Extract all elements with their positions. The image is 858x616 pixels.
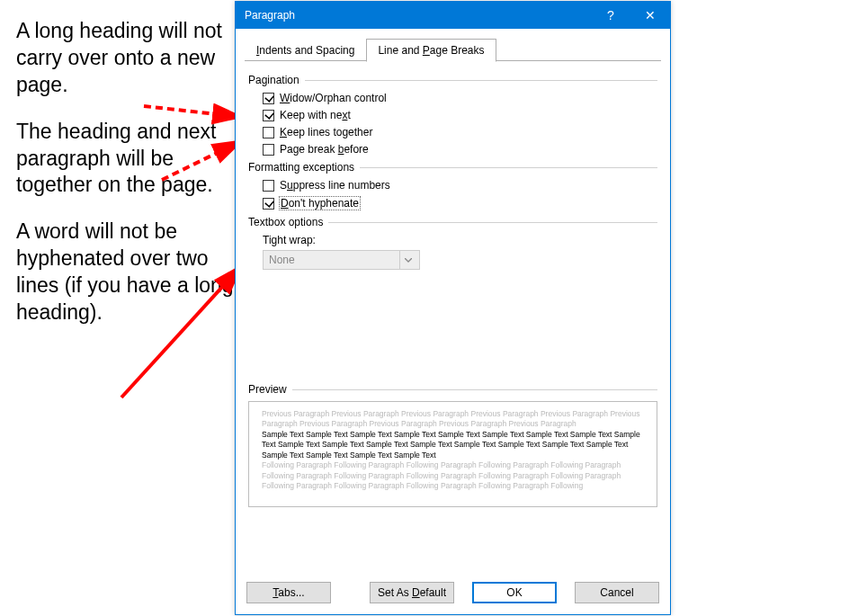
tab-line-and-page-breaks[interactable]: Line and Page Breaks <box>366 39 496 62</box>
annotation-keepnext: The heading and next paragraph will be t… <box>16 119 241 200</box>
label-keep-lines-together: Keep lines together <box>280 126 372 138</box>
checkbox-page-break-before[interactable] <box>263 144 274 156</box>
paragraph-dialog: Paragraph ? ✕ Indents and Spacing Line a… <box>235 1 671 615</box>
group-textbox-options: Textbox options <box>248 216 657 228</box>
label-dont-hyphenate: Don't hyphenate <box>279 196 361 210</box>
group-preview: Preview <box>248 383 657 396</box>
label-suppress-line-numbers: Suppress line numbers <box>280 179 390 192</box>
checkbox-keep-lines-together[interactable] <box>263 127 274 138</box>
dialog-title: Paragraph <box>245 9 591 22</box>
label-tight-wrap: Tight wrap: <box>263 234 657 246</box>
preview-previous: Previous Paragraph Previous Paragraph Pr… <box>262 409 644 430</box>
chevron-down-icon <box>399 251 416 269</box>
label-keep-with-next: Keep with next <box>280 109 351 121</box>
preview-following: Following Paragraph Following Paragraph … <box>262 460 644 491</box>
preview-sample: Sample Text Sample Text Sample Text Samp… <box>262 430 644 460</box>
label-page-break-before: Page break before <box>280 143 369 156</box>
cancel-button[interactable]: Cancel <box>575 582 659 603</box>
checkbox-keep-with-next[interactable] <box>263 110 274 121</box>
tabstrip: Indents and Spacing Line and Page Breaks <box>236 29 670 61</box>
titlebar: Paragraph ? ✕ <box>236 2 670 29</box>
set-as-default-button[interactable]: Set As Default <box>370 582 454 603</box>
group-pagination: Pagination <box>248 74 657 86</box>
close-button[interactable]: ✕ <box>630 2 670 29</box>
checkbox-widow-orphan[interactable] <box>263 93 274 104</box>
annotation-widow: A long heading will not carry over onto … <box>16 18 241 99</box>
tab-indents-and-spacing[interactable]: Indents and Spacing <box>245 39 366 62</box>
checkbox-dont-hyphenate[interactable] <box>263 198 274 210</box>
annotation-hyphen: A word will not be hyphenated over two l… <box>16 219 241 326</box>
tabs-button[interactable]: Tabs... <box>246 582 331 603</box>
group-formatting-exceptions: Formatting exceptions <box>248 161 657 174</box>
annotation-column: A long heading will not carry over onto … <box>16 18 241 346</box>
dropdown-tight-wrap-value: None <box>269 254 295 266</box>
button-bar: Tabs... Set As Default OK Cancel <box>236 573 670 614</box>
checkbox-suppress-line-numbers[interactable] <box>263 180 274 192</box>
help-button[interactable]: ? <box>591 2 630 29</box>
preview-box: Previous Paragraph Previous Paragraph Pr… <box>248 401 657 507</box>
label-widow-orphan: Widow/Orphan control <box>280 92 387 104</box>
dialog-body: Pagination Widow/Orphan control Keep wit… <box>245 60 661 573</box>
ok-button[interactable]: OK <box>472 582 557 603</box>
dropdown-tight-wrap: None <box>263 250 420 270</box>
